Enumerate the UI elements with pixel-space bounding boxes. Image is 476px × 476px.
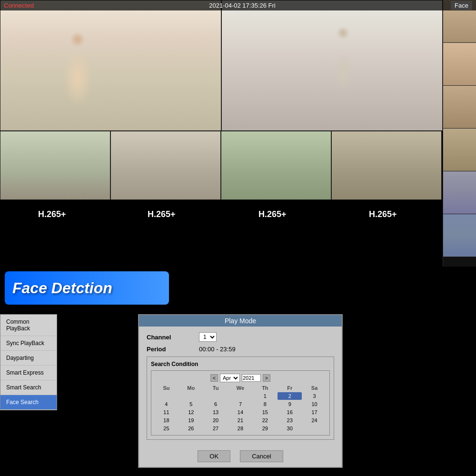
play-mode-dialog: Play Mode Channel 1 Period 00:00 - 23:59…: [138, 314, 343, 468]
cal-day-15[interactable]: 15: [253, 408, 277, 416]
cal-day-empty: [302, 425, 327, 432]
cal-day-30[interactable]: 30: [278, 425, 302, 432]
cal-day-16[interactable]: 16: [278, 408, 302, 416]
dialog-title-bar: Play Mode: [139, 315, 342, 327]
calendar-nav: < Apr >: [154, 374, 327, 382]
calendar-next-button[interactable]: >: [263, 374, 270, 382]
ok-button[interactable]: OK: [198, 450, 230, 462]
face-thumb-3[interactable]: [443, 86, 476, 129]
search-condition-label: Search Condition: [151, 361, 330, 367]
cal-day-25[interactable]: 25: [154, 425, 178, 432]
cal-day-empty: [204, 392, 228, 400]
cal-day-22[interactable]: 22: [253, 416, 277, 424]
cal-day-12[interactable]: 12: [179, 408, 203, 416]
sidebar-menu: Common PlayBack Sync PlayBack Dayparting…: [0, 314, 57, 410]
calendar-year-input[interactable]: [242, 374, 261, 382]
channel-select[interactable]: 1: [199, 332, 217, 342]
face-tab[interactable]: Face: [451, 1, 472, 10]
sidebar-item-smart-express[interactable]: Smart Express: [0, 366, 57, 380]
camera-feed-4[interactable]: [110, 131, 221, 200]
cal-header-th: Th: [253, 384, 277, 392]
channel-row: Channel 1: [147, 332, 334, 342]
cal-day-13[interactable]: 13: [204, 408, 228, 416]
cal-day-29[interactable]: 29: [253, 425, 277, 432]
cal-day-9[interactable]: 9: [278, 400, 302, 408]
cal-day-27[interactable]: 27: [204, 425, 228, 432]
dialog-content: Channel 1 Period 00:00 - 23:59 Search Co…: [139, 327, 342, 446]
cal-header-sa: Sa: [302, 384, 327, 392]
bottom-section: Face Detction Common PlayBack Sync PlayB…: [0, 267, 476, 476]
sidebar-item-sync-playback[interactable]: Sync PlayBack: [0, 336, 57, 351]
cancel-button[interactable]: Cancel: [240, 450, 283, 462]
cal-header-tu: Tu: [204, 384, 228, 392]
face-thumb-2[interactable]: [443, 43, 476, 86]
dialog-calendar: < Apr > Su Mo Tu We Th Fr Sa: [151, 370, 330, 436]
dialog-buttons: OK Cancel: [139, 446, 342, 467]
cal-day-empty: [179, 392, 203, 400]
cal-day-8[interactable]: 8: [253, 400, 277, 408]
calendar-month-select[interactable]: Apr: [220, 374, 240, 382]
sidebar-item-face-search[interactable]: Face Search: [0, 395, 57, 410]
channel-label: Channel: [147, 334, 199, 341]
cal-header-su: Su: [154, 384, 178, 392]
search-condition-section: Search Condition < Apr > Su Mo Tu: [147, 357, 334, 440]
camera-feed-3[interactable]: [0, 131, 110, 200]
sidebar-item-common-playback[interactable]: Common PlayBack: [0, 315, 57, 336]
cal-header-we: We: [228, 384, 253, 392]
connected-status: Connected: [4, 2, 34, 9]
cal-day-18[interactable]: 18: [154, 416, 178, 424]
cal-day-6[interactable]: 6: [204, 400, 228, 408]
sidebar-item-smart-search[interactable]: Smart Search: [0, 380, 57, 395]
dialog-title: Play Mode: [225, 317, 256, 325]
cal-day-11[interactable]: 11: [154, 408, 178, 416]
header-bar: Connected 2021-04-02 17:35:26 Fri Face: [0, 0, 476, 10]
cal-day-1[interactable]: 1: [253, 392, 277, 400]
cal-day-23[interactable]: 23: [278, 416, 302, 424]
datetime-display: 2021-04-02 17:35:26 Fri: [209, 2, 275, 9]
cal-header-mo: Mo: [179, 384, 203, 392]
period-label: Period: [147, 346, 199, 353]
calendar-prev-button[interactable]: <: [210, 374, 218, 382]
cal-day-3[interactable]: 3: [302, 392, 327, 400]
cal-day-14[interactable]: 14: [228, 408, 253, 416]
cal-day-24[interactable]: 24: [302, 416, 327, 424]
period-value: 00:00 - 23:59: [199, 346, 236, 353]
face-detection-label: Face Detction: [12, 279, 112, 297]
cal-day-20[interactable]: 20: [204, 416, 228, 424]
face-thumb-5[interactable]: [443, 171, 476, 214]
face-thumb-6[interactable]: [443, 214, 476, 257]
cal-day-21[interactable]: 21: [228, 416, 253, 424]
cal-header-fr: Fr: [278, 384, 302, 392]
sidebar-item-dayparting[interactable]: Dayparting: [0, 351, 57, 366]
face-detection-banner: Face Detction: [5, 271, 169, 305]
cal-day-empty: [154, 392, 178, 400]
camera-feed-5[interactable]: [221, 131, 331, 200]
cal-day-4[interactable]: 4: [154, 400, 178, 408]
period-row: Period 00:00 - 23:59: [147, 346, 334, 353]
cal-day-10[interactable]: 10: [302, 400, 327, 408]
cal-day-empty: [228, 392, 253, 400]
codec-label-2: H.265+: [148, 209, 176, 219]
cal-day-17[interactable]: 17: [302, 408, 327, 416]
cal-day-7[interactable]: 7: [228, 400, 253, 408]
camera-feed-1[interactable]: [0, 0, 221, 131]
cal-day-28[interactable]: 28: [228, 425, 253, 432]
camera-section: Connected 2021-04-02 17:35:26 Fri Face H…: [0, 0, 476, 267]
cal-day-26[interactable]: 26: [179, 425, 203, 432]
cal-day-2[interactable]: 2: [278, 392, 302, 400]
face-panel: [443, 0, 476, 267]
codec-label-3: H.265+: [258, 209, 287, 219]
camera-feed-6[interactable]: [331, 131, 442, 200]
calendar-grid: Su Mo Tu We Th Fr Sa 1 2 3: [154, 384, 327, 432]
cal-day-19[interactable]: 19: [179, 416, 203, 424]
camera-feed-2[interactable]: [221, 0, 443, 131]
main-camera-grid: H.265+ H.265+ H.265+ H.265+: [0, 0, 443, 267]
codec-label-4: H.265+: [369, 209, 397, 219]
codec-label-1: H.265+: [38, 209, 66, 219]
face-thumb-4[interactable]: [443, 129, 476, 171]
cal-day-5[interactable]: 5: [179, 400, 203, 408]
